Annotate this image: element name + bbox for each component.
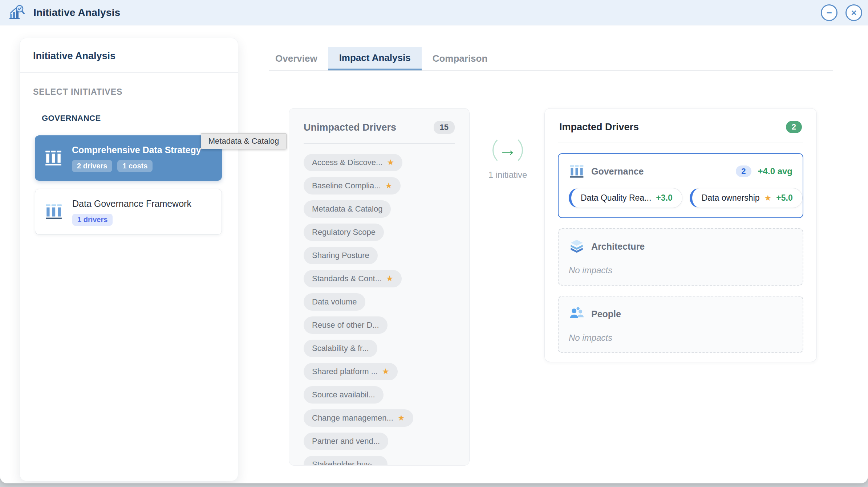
impact-group-architecture: Architecture No impacts <box>558 228 803 286</box>
impact-value: +3.0 <box>656 193 672 203</box>
no-impacts-text: No impacts <box>569 333 792 343</box>
star-icon: ★ <box>387 159 394 167</box>
flow-circle: → <box>492 135 523 165</box>
tab-comparison[interactable]: Comparison <box>422 47 499 70</box>
star-icon: ★ <box>385 182 393 190</box>
no-impacts-text: No impacts <box>569 265 792 275</box>
unimpacted-title: Unimpacted Drivers <box>304 122 396 133</box>
impact-pill-list: Data Quality Rea... +3.0 Data ownership … <box>569 188 792 208</box>
unimpacted-count-badge: 15 <box>434 121 455 134</box>
flow-caption: 1 initiative <box>478 170 538 180</box>
star-icon: ★ <box>764 194 772 202</box>
driver-pill[interactable]: Sharing Posture <box>304 247 378 264</box>
driver-pill[interactable]: Source availabil... <box>304 386 384 404</box>
impact-pill[interactable]: Data Quality Rea... +3.0 <box>569 188 682 208</box>
pillars-icon <box>45 203 63 220</box>
initiative-card-comprehensive-data-strategy[interactable]: Comprehensive Data Strategy 2 drivers 1 … <box>35 135 222 181</box>
sidebar-divider <box>20 72 238 73</box>
impacted-panel-header: Impacted Drivers 2 <box>545 109 816 133</box>
layers-icon <box>569 238 585 254</box>
initiative-name: Comprehensive Data Strategy <box>72 144 201 156</box>
window-titlebar: Initiative Analysis − × <box>0 0 868 25</box>
tabs-divider <box>269 70 833 71</box>
pillars-icon <box>44 149 62 167</box>
people-icon <box>569 306 585 322</box>
group-meta: 2 +4.0 avg <box>736 165 792 177</box>
initiative-analysis-window: Initiative Analysis − × Initiative Analy… <box>0 0 868 483</box>
driver-pill[interactable]: Stakeholder buy-... <box>304 456 388 466</box>
group-name: Governance <box>591 166 644 177</box>
tab-overview[interactable]: Overview <box>264 47 328 70</box>
impacted-title: Impacted Drivers <box>559 122 639 133</box>
sidebar-title: Initiative Analysis <box>20 38 238 72</box>
initiative-badges: 1 drivers <box>72 214 191 226</box>
governance-group-label: GOVERNANCE <box>42 114 225 123</box>
driver-pill[interactable]: Change managemen...★ <box>304 409 413 427</box>
driver-pill[interactable]: Standards & Cont...★ <box>304 270 402 287</box>
tooltip: Metadata & Catalog <box>201 133 287 149</box>
close-button[interactable]: × <box>845 4 862 21</box>
pillars-icon <box>569 163 585 179</box>
initiative-card-body: Data Governance Framework 1 drivers <box>72 198 191 226</box>
star-icon: ★ <box>382 368 389 376</box>
driver-pill[interactable]: Partner and vend... <box>304 433 388 450</box>
costs-count-badge: 1 costs <box>117 160 153 172</box>
impact-value: +5.0 <box>776 193 792 203</box>
arrow-right-icon: → <box>499 140 517 159</box>
window-controls: − × <box>821 4 862 21</box>
group-name: People <box>591 309 621 319</box>
panel-divider <box>304 143 455 144</box>
minimize-icon: − <box>826 8 832 17</box>
group-header: Architecture <box>569 238 792 254</box>
drivers-count-badge: 2 drivers <box>72 160 112 172</box>
initiative-badges: 2 drivers 1 costs <box>72 160 201 172</box>
panel-divider <box>558 143 803 143</box>
group-header: People <box>569 306 792 322</box>
driver-pill[interactable]: Regulatory Scope <box>304 224 384 241</box>
driver-pill[interactable]: Access & Discove...★ <box>304 154 402 171</box>
star-icon: ★ <box>386 275 393 283</box>
initiative-card-data-governance-framework[interactable]: Data Governance Framework 1 drivers <box>35 189 222 235</box>
chart-magnifier-icon <box>8 4 25 21</box>
select-initiatives-label: SELECT INITIATIVES <box>33 87 225 97</box>
flow-arrow-group: → 1 initiative <box>478 135 538 180</box>
group-header: Governance 2 +4.0 avg <box>569 163 792 179</box>
initiative-card-body: Comprehensive Data Strategy 2 drivers 1 … <box>72 144 201 172</box>
screen: Initiative Analysis − × Initiative Analy… <box>0 0 868 487</box>
close-icon: × <box>851 8 856 17</box>
impact-group-people: People No impacts <box>558 296 803 353</box>
impact-group-governance: Governance 2 +4.0 avg Data Quality Rea..… <box>558 153 803 218</box>
unimpacted-drivers-panel: Unimpacted Drivers 15 Access & Discove..… <box>289 108 470 466</box>
driver-pill[interactable]: Metadata & Catalog <box>304 200 391 218</box>
impacted-count-badge: 2 <box>786 121 802 133</box>
group-name: Architecture <box>591 241 645 252</box>
tab-impact-analysis[interactable]: Impact Analysis <box>328 47 422 70</box>
unimpacted-panel-header: Unimpacted Drivers 15 <box>289 109 469 134</box>
impacted-drivers-panel: Impacted Drivers 2 <box>544 108 817 362</box>
group-count-badge: 2 <box>736 165 751 177</box>
initiative-sidebar: Initiative Analysis SELECT INITIATIVES G… <box>20 38 238 481</box>
star-icon: ★ <box>398 414 405 422</box>
driver-pill[interactable]: Scalability & fr... <box>304 340 377 357</box>
group-average-score: +4.0 avg <box>758 166 792 176</box>
driver-pill[interactable]: Baseline Complia...★ <box>304 177 401 195</box>
minimize-button[interactable]: − <box>821 4 837 21</box>
tab-bar: Overview Impact Analysis Comparison <box>264 47 498 70</box>
window-title: Initiative Analysis <box>33 7 120 19</box>
driver-pill[interactable]: Shared platform ...★ <box>304 363 398 380</box>
driver-pill[interactable]: Reuse of other D... <box>304 316 388 334</box>
driver-pill[interactable]: Data volume <box>304 293 365 311</box>
impact-pill[interactable]: Data ownership ★ +5.0 <box>690 188 803 208</box>
initiative-name: Data Governance Framework <box>72 198 191 210</box>
drivers-count-badge: 1 drivers <box>72 214 113 226</box>
unimpacted-driver-list: Access & Discove...★ Baseline Complia...… <box>304 154 469 466</box>
